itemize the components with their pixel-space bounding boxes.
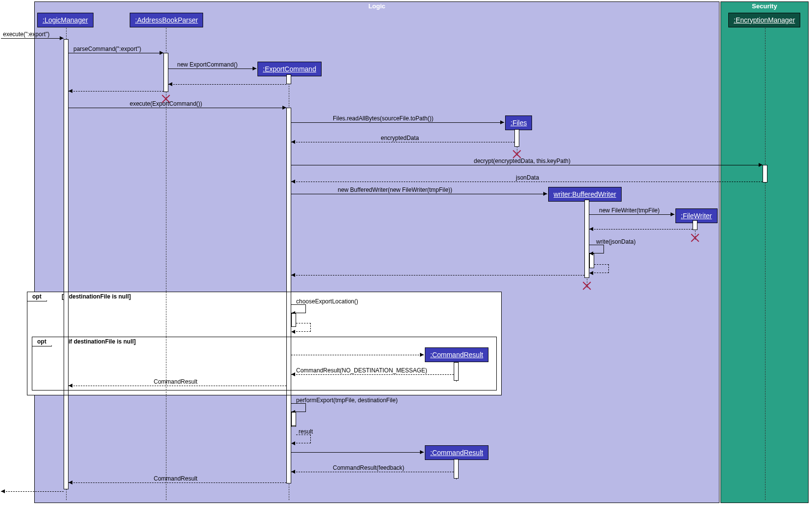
opt-tag-inner: opt [32, 337, 52, 346]
msg-perform: performExport(tmpFile, destinationFile) [296, 397, 397, 404]
msg-cr1: CommandResult [154, 378, 197, 385]
msg-readbytes: Files.readAllBytes(sourceFile.toPath()) [333, 115, 433, 122]
msg-cr2: CommandResult [154, 475, 197, 482]
msg-cr-feedback: CommandResult(feedback) [333, 464, 404, 471]
activation-ec-head [286, 74, 291, 84]
activation-lm [64, 39, 69, 489]
activation-fw [693, 220, 697, 230]
msg-jsondata: jsonData [516, 174, 539, 181]
msg-write: write(jsonData) [596, 238, 636, 245]
opt-inner: opt [if destinationFile is null] [32, 337, 497, 390]
msg-cr-nodest: CommandResult(NO_DESTINATION_MESSAGE) [296, 367, 427, 374]
logic-box [34, 1, 719, 503]
participant-files: :Files [505, 115, 532, 130]
opt-guard-inner: [if destinationFile is null] [67, 338, 136, 345]
opt-tag: opt [27, 292, 47, 301]
msg-parse: parseCommand(":export") [73, 46, 141, 52]
participant-commandresult1b: :CommandResult [425, 347, 488, 362]
activation-em [763, 165, 767, 183]
msg-encdata: encryptedData [381, 135, 419, 141]
msg-execute: execute(":export") [3, 31, 49, 38]
logic-header: Logic [34, 2, 719, 10]
destroy-bw [582, 281, 591, 290]
activation-files [514, 129, 519, 147]
activation-bw [584, 200, 589, 278]
security-header: Security [720, 2, 809, 10]
msg-newfw: new FileWriter(tmpFile) [599, 207, 660, 214]
destroy-fw [691, 233, 699, 242]
participant-commandresult2: :CommandResult [425, 445, 488, 460]
msg-choose: chooseExportLocation() [296, 298, 358, 305]
activation-abp [163, 53, 168, 92]
opt-guard-outer: [if destinationFile is null] [62, 293, 131, 300]
participant-encryptionmanager: :EncryptionManager [728, 13, 800, 27]
msg-newexport: new ExportCommand() [177, 61, 237, 68]
security-box [720, 1, 809, 503]
msg-decrypt: decrypt(encryptedData, this.keyPath) [474, 158, 570, 164]
participant-addressbookparser: :AddressBookParser [130, 13, 203, 27]
msg-newbw: new BufferedWriter(new FileWriter(tmpFil… [338, 186, 452, 193]
activation-cr2 [454, 459, 459, 479]
lifeline-encryptionmanager [765, 25, 766, 500]
msg-result: result [299, 428, 313, 435]
activation-bw-write [589, 253, 594, 268]
msg-execcmd: execute(ExportCommand()) [130, 100, 202, 107]
sequence-diagram: Logic Security :LogicManager :AddressBoo… [0, 0, 812, 505]
participant-logicmanager: :LogicManager [37, 13, 93, 27]
